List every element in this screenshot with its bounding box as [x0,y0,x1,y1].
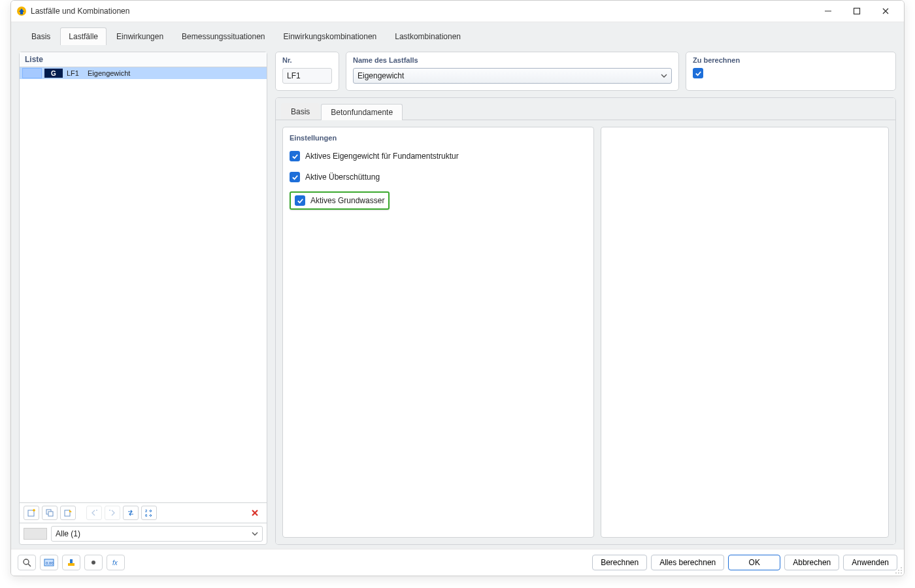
chevron-down-icon [661,73,667,79]
svg-point-20 [901,570,902,571]
close-button[interactable] [871,1,900,22]
calculate-checkbox[interactable] [693,68,703,78]
move-left-button [86,506,102,520]
row-category-badge: G [44,69,63,78]
tab-bemessungssituationen[interactable]: Bemessungssituationen [173,27,273,45]
tab-einwirkungskombinationen[interactable]: Einwirkungskombinationen [275,27,386,45]
svg-text:2: 2 [145,509,148,513]
details-panel: Nr. LF1 Name des Lastfalls Eigengewicht … [275,52,896,545]
sub-content: Basis Betonfundamente Einstellungen Akti… [275,97,896,545]
footer-structure-button[interactable] [62,555,80,570]
maximize-button[interactable] [842,1,871,22]
calculate-all-button[interactable]: Alles berechnen [651,555,724,570]
name-label: Name des Lastfalls [353,56,672,64]
row-code: LF1 [65,69,85,77]
option-groundwater-label: Aktives Grundwasser [310,196,384,205]
svg-point-11 [24,559,29,564]
delete-item-button[interactable] [247,506,263,520]
name-box: Name des Lastfalls Eigengewicht [346,52,679,91]
new-item-button[interactable] [24,506,39,520]
svg-point-19 [898,570,899,571]
svg-point-8 [109,510,110,511]
number-box: Nr. LF1 [275,52,339,91]
checkbox-overburden[interactable] [290,172,300,182]
sub-body: Einstellungen Aktives Eigengewicht für F… [276,120,895,544]
name-dropdown[interactable]: Eigengewicht [353,68,672,84]
svg-point-18 [901,567,902,568]
checkbox-groundwater[interactable] [295,195,305,206]
option-overburden[interactable]: Aktive Überschüttung [290,171,587,184]
svg-rect-6 [65,510,70,516]
sub-tabstrip: Basis Betonfundamente [276,98,895,120]
option-self-weight[interactable]: Aktives Eigengewicht für Fundamentstrukt… [290,150,587,163]
svg-rect-5 [48,512,53,516]
svg-point-7 [96,510,97,511]
svg-rect-15 [70,559,73,563]
footer-record-button[interactable] [84,555,103,570]
calculate-label: Zu berechnen [693,56,889,64]
svg-rect-14 [68,563,75,566]
svg-text:6: 6 [145,514,148,517]
filter-color-swatch [24,528,47,540]
row-name: Eigengewicht [88,69,264,77]
svg-text:0,00: 0,00 [46,561,54,565]
titlebar: Lastfälle und Kombinationen [11,1,904,22]
cancel-button[interactable]: Abbrechen [784,555,839,570]
apply-button[interactable]: Anwenden [843,555,897,570]
tab-basis[interactable]: Basis [23,27,59,45]
number-label: Nr. [282,56,332,64]
filter-value: Alle (1) [56,529,80,538]
import-item-button[interactable] [60,506,76,520]
calculate-button[interactable]: Berechnen [592,555,647,570]
dialog-body: Liste G LF1 Eigengewicht 26 [11,45,904,549]
filter-dropdown[interactable]: Alle (1) [51,526,263,542]
footer-function-button[interactable]: fx [107,555,125,570]
tab-einwirkungen[interactable]: Einwirkungen [108,27,172,45]
move-right-button [105,506,120,520]
svg-point-16 [92,561,95,564]
swap-button[interactable] [123,506,139,520]
number-field[interactable]: LF1 [282,68,332,84]
dialog-window: Lastfälle und Kombinationen Basis Lastfä… [10,0,905,576]
option-overburden-label: Aktive Überschüttung [305,172,380,182]
svg-point-23 [901,572,902,574]
list-body[interactable]: G LF1 Eigengewicht [20,67,267,502]
renumber-button[interactable]: 26 [141,506,157,520]
option-groundwater[interactable]: Aktives Grundwasser [290,191,390,210]
svg-rect-2 [854,8,860,14]
resize-grip-icon[interactable] [895,566,903,574]
svg-point-21 [895,572,897,574]
ok-button[interactable]: OK [728,555,780,570]
row-color-swatch [22,68,42,78]
calculate-box: Zu berechnen [686,52,896,91]
check-icon [297,197,304,204]
footer-search-button[interactable] [18,555,36,570]
checkbox-self-weight[interactable] [290,151,300,161]
check-icon [291,153,299,160]
list-header: Liste [20,52,267,67]
subtab-basis[interactable]: Basis [281,103,320,120]
svg-point-22 [898,572,899,574]
list-panel: Liste G LF1 Eigengewicht 26 [19,52,267,545]
check-icon [291,174,299,181]
option-self-weight-label: Aktives Eigengewicht für Fundamentstrukt… [305,152,459,161]
window-title: Lastfälle und Kombinationen [31,7,129,16]
details-header-row: Nr. LF1 Name des Lastfalls Eigengewicht … [275,52,896,91]
minimize-button[interactable] [814,1,842,22]
main-tabstrip: Basis Lastfälle Einwirkungen Bemessungss… [11,22,904,45]
footer-units-button[interactable]: 0,00 [40,555,58,570]
subtab-betonfundamente[interactable]: Betonfundamente [321,104,403,120]
list-row[interactable]: G LF1 Eigengewicht [20,67,267,79]
preview-column [601,127,889,538]
name-value: Eigengewicht [358,71,404,80]
chevron-down-icon [252,531,258,537]
settings-column: Einstellungen Aktives Eigengewicht für F… [282,127,594,538]
tab-lastkombinationen[interactable]: Lastkombinationen [386,27,469,45]
dialog-footer: 0,00 fx Berechnen Alles berechnen OK Abb… [11,549,904,576]
filter-row: Alle (1) [20,523,267,544]
copy-item-button[interactable] [42,506,58,520]
tab-lastfaelle[interactable]: Lastfälle [60,27,107,45]
check-icon [695,70,702,77]
svg-rect-3 [28,510,34,516]
list-toolbar: 26 [20,502,267,523]
